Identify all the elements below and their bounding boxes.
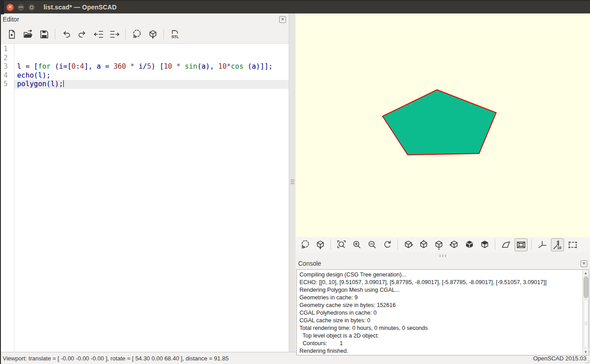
window-left-edge — [0, 0, 1, 364]
text-cursor — [63, 80, 64, 87]
minimize-window-button[interactable]: — — [17, 4, 25, 11]
show-axes-icon — [537, 240, 547, 250]
code-token: (a)]]; — [243, 62, 273, 70]
line-number: 4 — [0, 71, 14, 80]
titlebar[interactable]: ✕— list.scad* — OpenSCAD — [0, 0, 590, 13]
perspective-button[interactable] — [499, 238, 512, 251]
code-line-2[interactable] — [14, 54, 289, 63]
close-window-button[interactable]: ✕ — [6, 4, 14, 11]
editor-viewport-splitter[interactable] — [289, 13, 295, 352]
zoom-in-icon — [352, 240, 362, 250]
redo-icon — [77, 29, 88, 39]
app-version-text: OpenSCAD 2015.03 — [533, 355, 586, 362]
window-resize-grip[interactable] — [585, 359, 589, 363]
zoom-in-button[interactable] — [350, 238, 363, 251]
view-right-button[interactable] — [402, 238, 415, 251]
view-left-button[interactable] — [448, 238, 461, 251]
editor-toolbar: »STL — [0, 25, 289, 43]
open-file-icon — [23, 29, 33, 39]
gl-viewport[interactable] — [295, 13, 590, 237]
console-scrollbar[interactable]: ▲ ▼ — [582, 270, 589, 355]
view-all-icon — [568, 240, 578, 250]
reset-view-button[interactable] — [381, 238, 394, 251]
undo-icon — [61, 29, 71, 39]
toolbar-separator — [495, 239, 495, 250]
scroll-up-button[interactable]: ▲ — [583, 270, 589, 276]
view-right-icon — [403, 240, 414, 250]
svg-text:10: 10 — [557, 246, 561, 250]
view-bottom-button[interactable] — [432, 238, 445, 251]
line-number-gutter: 12345 — [0, 44, 14, 352]
toolbar-separator — [330, 239, 331, 250]
code-text-area[interactable]: l = [for (i=[0:4], a = 360 * i/5) [10 * … — [14, 44, 289, 352]
render-icon — [315, 240, 326, 250]
view-left-icon — [449, 240, 459, 250]
export-stl-button[interactable]: STL — [168, 27, 181, 41]
render-canvas[interactable] — [295, 13, 590, 237]
zoom-all-button[interactable] — [335, 238, 348, 251]
orthogonal-button[interactable] — [515, 238, 528, 251]
zoom-out-button[interactable] — [365, 238, 379, 251]
orthogonal-icon — [516, 240, 526, 250]
code-line-1[interactable] — [14, 45, 289, 54]
code-token: 360 — [114, 62, 126, 70]
code-token: i/ — [134, 62, 147, 70]
new-file-button[interactable] — [5, 27, 18, 41]
viewport-status-text: Viewport: translate = [ -0.00 -0.00 -0.0… — [3, 355, 229, 362]
maximize-window-button[interactable] — [28, 4, 35, 11]
openscad-window: ✕— list.scad* — OpenSCAD Editor ✕ »STL 1… — [0, 0, 590, 364]
code-line-4[interactable]: echo(l); — [14, 71, 289, 80]
preview-button[interactable]: » — [299, 238, 312, 251]
scroll-thumb[interactable] — [584, 276, 588, 298]
editor-close-button[interactable]: ✕ — [279, 16, 286, 23]
svg-text:»: » — [301, 243, 305, 250]
render-button[interactable] — [314, 238, 327, 251]
render-button[interactable] — [146, 27, 159, 41]
view-back-icon — [480, 240, 490, 250]
viewport-console-splitter[interactable] — [295, 252, 590, 258]
code-token — [126, 62, 130, 70]
scroll-track[interactable] — [584, 299, 588, 348]
code-line-3[interactable]: l = [for (i=[0:4], a = 360 * i/5) [10 * … — [14, 62, 289, 71]
code-token: : — [76, 62, 80, 70]
preview-icon: » — [132, 29, 142, 39]
view-front-icon — [464, 240, 475, 250]
svg-text:STL: STL — [171, 35, 179, 39]
toolbar-separator — [125, 29, 126, 39]
open-file-button[interactable] — [21, 27, 35, 41]
code-token: sin — [185, 62, 197, 70]
code-token: * — [130, 62, 134, 70]
view-back-button[interactable] — [478, 238, 491, 251]
unindent-icon — [93, 29, 104, 39]
console-line: Compiling design (CSG Tree generation)..… — [299, 271, 586, 279]
toolbar-separator — [397, 239, 398, 250]
toolbar-separator — [163, 29, 164, 39]
console-close-button[interactable]: ✕ — [581, 260, 587, 267]
preview-button[interactable]: » — [130, 27, 143, 41]
perspective-icon — [501, 240, 511, 250]
code-token: 0 — [71, 62, 75, 70]
indent-icon — [110, 29, 120, 39]
code-editor[interactable]: 12345 l = [for (i=[0:4], a = 360 * i/5) … — [0, 43, 289, 352]
indent-button[interactable] — [108, 27, 121, 41]
save-button[interactable] — [37, 27, 51, 41]
code-token: cos — [231, 62, 243, 70]
redo-button[interactable] — [75, 27, 89, 41]
view-all-button[interactable] — [566, 238, 579, 251]
view-front-button[interactable] — [463, 238, 476, 251]
code-token: l = [ — [17, 62, 38, 70]
scroll-down-button[interactable]: ▼ — [583, 349, 589, 355]
code-token: 5 — [147, 62, 151, 70]
line-number: 1 — [0, 45, 14, 54]
console-line: Top level object is a 2D object: — [299, 332, 586, 340]
console-line: Rendering finished. — [299, 347, 586, 355]
code-line-5[interactable]: polygon(l); — [14, 80, 289, 89]
undo-button[interactable] — [59, 27, 73, 41]
show-scale-markers-button[interactable]: 10 — [551, 238, 564, 251]
show-scale-markers-icon: 10 — [552, 240, 563, 250]
code-token: (i=[ — [51, 62, 72, 70]
show-axes-button[interactable] — [536, 238, 549, 251]
unindent-button[interactable] — [92, 27, 105, 41]
zoom-all-icon — [336, 240, 347, 250]
view-top-button[interactable] — [417, 238, 430, 251]
